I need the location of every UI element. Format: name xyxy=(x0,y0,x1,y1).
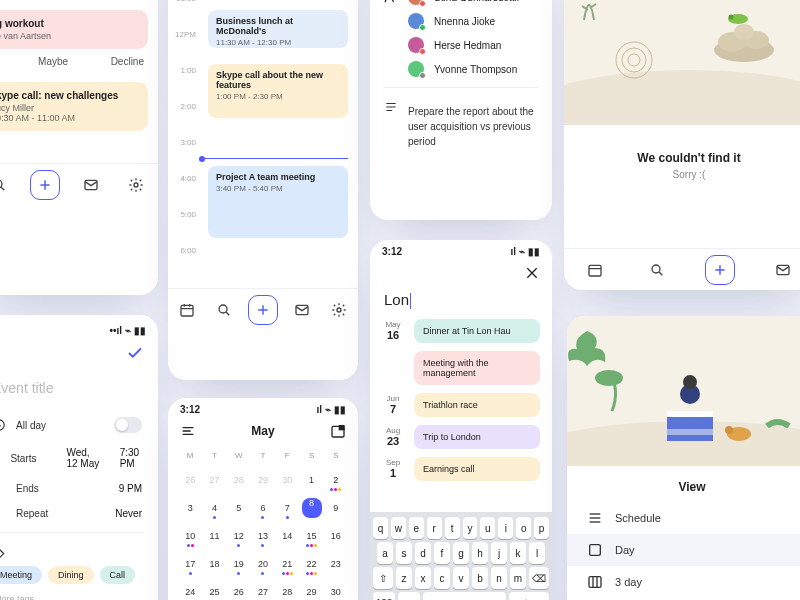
search-result[interactable]: Aug23Trip to London xyxy=(370,421,552,453)
attendee-row[interactable]: Nnenna Jioke xyxy=(384,9,538,33)
key[interactable]: y xyxy=(463,517,478,539)
day-cell[interactable]: 15 xyxy=(299,524,323,548)
day-cell[interactable]: 29 xyxy=(251,468,275,492)
day-cell[interactable]: 16 xyxy=(324,524,348,548)
day-cell[interactable]: 14 xyxy=(275,524,299,548)
key[interactable]: p xyxy=(534,517,549,539)
keyboard[interactable]: qwertyuiopasdfghjkl⇧zxcvbnm⌫123☺spaceret… xyxy=(370,512,552,600)
key[interactable]: l xyxy=(529,542,545,564)
close-icon[interactable] xyxy=(524,265,540,281)
return-key[interactable]: return xyxy=(509,592,549,600)
key[interactable]: h xyxy=(472,542,488,564)
key[interactable]: i xyxy=(498,517,513,539)
day-cell[interactable]: 17 xyxy=(178,552,202,576)
key[interactable]: m xyxy=(510,567,526,589)
day-cell[interactable]: 22 xyxy=(299,552,323,576)
more-tags[interactable]: More tags xyxy=(0,590,158,600)
day-cell[interactable]: 2 xyxy=(324,468,348,492)
key[interactable]: b xyxy=(472,567,488,589)
starts-row[interactable]: Starts Wed, 12 May 7:30 PM xyxy=(0,440,158,476)
day-cell[interactable]: 26 xyxy=(178,468,202,492)
starts-time[interactable]: 7:30 PM xyxy=(120,447,142,469)
add-button[interactable] xyxy=(30,170,60,200)
day-cell[interactable]: 30 xyxy=(324,580,348,600)
tag-chip[interactable]: Call xyxy=(100,566,136,584)
today-icon[interactable] xyxy=(330,423,346,439)
ends-time[interactable]: 9 PM xyxy=(119,483,142,494)
key[interactable]: c xyxy=(434,567,450,589)
month-grid[interactable]: 2627282930123456789101112131415161718192… xyxy=(168,464,358,600)
day-cell[interactable]: 12 xyxy=(227,524,251,548)
calendar-icon[interactable] xyxy=(581,256,609,284)
day-cell[interactable]: 9 xyxy=(324,496,348,520)
space-key[interactable]: space xyxy=(423,592,506,600)
key[interactable]: q xyxy=(373,517,388,539)
day-cell[interactable]: 3 xyxy=(178,496,202,520)
day-cell[interactable]: 29 xyxy=(299,580,323,600)
day-cell[interactable]: 24 xyxy=(178,580,202,600)
attendee-row[interactable]: Yvonne Thompson xyxy=(384,57,538,81)
key[interactable]: u xyxy=(480,517,495,539)
repeat-value[interactable]: Never xyxy=(115,508,142,519)
day-cell[interactable]: 4 xyxy=(202,496,226,520)
starts-date[interactable]: Wed, 12 May xyxy=(66,447,101,469)
day-cell[interactable]: 19 xyxy=(227,552,251,576)
day-cell[interactable]: 18 xyxy=(202,552,226,576)
day-cell[interactable]: 6 xyxy=(251,496,275,520)
invite-3[interactable]: kype call: new challenges ucy Miller 0:3… xyxy=(0,82,148,131)
search-result[interactable]: Sep1Earnings call xyxy=(370,453,552,485)
decline-button[interactable]: Decline xyxy=(111,56,144,70)
allday-row[interactable]: All day xyxy=(0,410,158,440)
settings-icon[interactable] xyxy=(122,171,150,199)
search-icon[interactable] xyxy=(643,256,671,284)
shift-key[interactable]: ⇧ xyxy=(373,567,393,589)
key[interactable]: e xyxy=(409,517,424,539)
key[interactable]: n xyxy=(491,567,507,589)
allday-toggle[interactable] xyxy=(114,417,142,433)
day-cell[interactable]: 30 xyxy=(275,468,299,492)
day-cell[interactable]: 13 xyxy=(251,524,275,548)
day-cell[interactable]: 23 xyxy=(324,552,348,576)
day-cell[interactable]: 1 xyxy=(299,468,323,492)
day-cell[interactable]: 28 xyxy=(275,580,299,600)
key[interactable]: r xyxy=(427,517,442,539)
day-cell[interactable]: 28 xyxy=(227,468,251,492)
add-button[interactable] xyxy=(248,295,278,325)
repeat-row[interactable]: Repeat Never xyxy=(0,501,158,526)
ends-row[interactable]: Ends 9 PM xyxy=(0,476,158,501)
day-cell[interactable]: 11 xyxy=(202,524,226,548)
day-cell[interactable]: 7 xyxy=(275,496,299,520)
invite-2[interactable]: g workout e van Aartsen xyxy=(0,10,148,49)
day-cell[interactable]: 27 xyxy=(202,468,226,492)
mail-icon[interactable] xyxy=(288,296,316,324)
key[interactable]: v xyxy=(453,567,469,589)
attendee-row[interactable]: Herse Hedman xyxy=(384,33,538,57)
search-icon[interactable] xyxy=(0,171,13,199)
event-1[interactable]: Business lunch at McDonald's 11:30 AM - … xyxy=(208,10,348,48)
key[interactable]: j xyxy=(491,542,507,564)
tag-chip[interactable]: Dining xyxy=(48,566,94,584)
timeline[interactable]: Business lunch at McDonald's 11:30 AM - … xyxy=(168,0,358,288)
mail-icon[interactable] xyxy=(77,171,105,199)
view-option[interactable]: 3 day xyxy=(567,566,800,598)
key[interactable]: x xyxy=(415,567,431,589)
key[interactable]: k xyxy=(510,542,526,564)
day-cell[interactable]: 26 xyxy=(227,580,251,600)
key[interactable]: s xyxy=(396,542,412,564)
key[interactable]: w xyxy=(391,517,406,539)
day-cell[interactable]: 8 xyxy=(299,496,323,520)
key[interactable]: a xyxy=(377,542,393,564)
day-cell[interactable]: 25 xyxy=(202,580,226,600)
search-icon[interactable] xyxy=(210,296,238,324)
view-option[interactable]: Day xyxy=(567,534,800,566)
menu-icon[interactable] xyxy=(180,423,196,439)
key[interactable]: f xyxy=(434,542,450,564)
settings-icon[interactable] xyxy=(325,296,353,324)
emoji-key[interactable]: ☺ xyxy=(398,592,420,600)
confirm-icon[interactable] xyxy=(126,344,144,362)
view-option[interactable]: Schedule xyxy=(567,502,800,534)
key[interactable]: g xyxy=(453,542,469,564)
key[interactable]: o xyxy=(516,517,531,539)
numbers-key[interactable]: 123 xyxy=(373,592,395,600)
search-result[interactable]: May16Dinner at Tin Lon Hau xyxy=(370,315,552,347)
